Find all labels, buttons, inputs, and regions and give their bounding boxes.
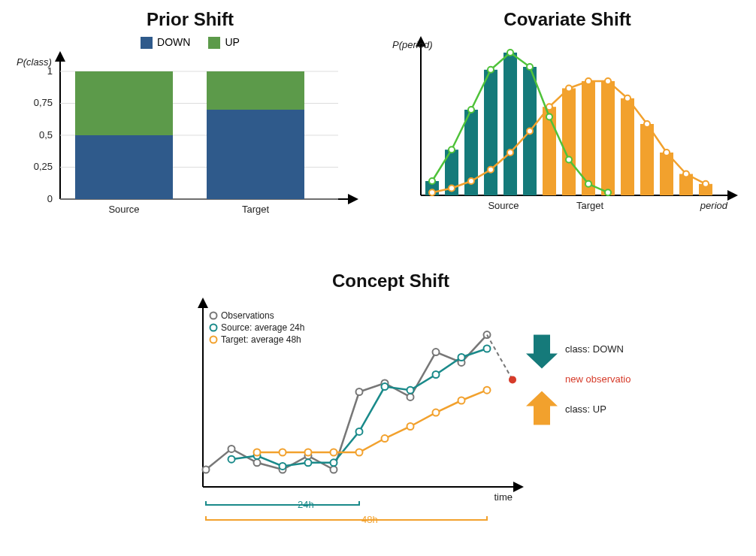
svg-point-51 bbox=[468, 107, 474, 113]
svg-point-83 bbox=[484, 346, 491, 352]
svg-rect-10 bbox=[207, 71, 304, 110]
svg-point-56 bbox=[566, 157, 572, 163]
svg-point-82 bbox=[458, 354, 465, 361]
svg-point-57 bbox=[585, 181, 591, 187]
legend-src: Source: average 24h bbox=[221, 322, 304, 333]
svg-point-43 bbox=[605, 78, 611, 84]
legend-obs: Observations bbox=[221, 310, 274, 321]
svg-rect-24 bbox=[640, 124, 654, 195]
covariate-chart: Source Target period P(period) bbox=[391, 30, 744, 233]
cov-xtick-source: Source bbox=[488, 200, 519, 211]
svg-rect-8 bbox=[75, 71, 173, 135]
concept-title: Concept Shift bbox=[150, 270, 631, 292]
svg-point-87 bbox=[331, 449, 337, 456]
svg-point-77 bbox=[331, 459, 337, 466]
svg-rect-9 bbox=[207, 110, 304, 199]
svg-point-52 bbox=[488, 67, 494, 73]
svg-point-50 bbox=[449, 147, 455, 153]
legend-down: DOWN bbox=[141, 36, 190, 49]
xtick-target: Target bbox=[242, 204, 270, 215]
svg-point-84 bbox=[254, 449, 261, 456]
svg-point-81 bbox=[433, 371, 440, 378]
svg-point-80 bbox=[407, 387, 414, 394]
covariate-title: Covariate Shift bbox=[391, 9, 744, 30]
bracket-24h: 24h bbox=[298, 499, 314, 510]
svg-point-66 bbox=[331, 467, 337, 473]
svg-point-86 bbox=[305, 449, 312, 456]
svg-point-45 bbox=[644, 121, 650, 127]
svg-point-76 bbox=[305, 459, 312, 466]
prior-chart: 0 0,25 0,5 0,75 1 Source Target P(class) bbox=[14, 49, 367, 229]
svg-point-96 bbox=[210, 325, 217, 331]
svg-point-36 bbox=[468, 178, 474, 184]
svg-point-35 bbox=[449, 186, 455, 192]
svg-point-67 bbox=[356, 388, 363, 395]
svg-point-37 bbox=[488, 167, 494, 173]
svg-point-55 bbox=[546, 114, 552, 120]
svg-point-53 bbox=[507, 50, 513, 56]
svg-point-49 bbox=[429, 178, 435, 184]
cov-xlabel: period bbox=[700, 200, 728, 211]
svg-point-70 bbox=[433, 349, 440, 355]
svg-point-34 bbox=[429, 189, 435, 195]
svg-point-94 bbox=[509, 376, 516, 383]
svg-rect-23 bbox=[621, 98, 634, 195]
prior-ylabel: P(class) bbox=[17, 56, 52, 68]
cov-ylabel: P(period) bbox=[392, 39, 432, 50]
svg-point-41 bbox=[566, 86, 572, 92]
svg-point-63 bbox=[254, 459, 261, 466]
ytick-05: 0,5 bbox=[39, 129, 53, 141]
svg-point-48 bbox=[703, 181, 709, 187]
svg-point-97 bbox=[210, 337, 217, 343]
ytick-025: 0,25 bbox=[34, 161, 53, 172]
svg-point-46 bbox=[664, 150, 670, 156]
svg-point-61 bbox=[203, 467, 210, 473]
label-new-obs: new observation bbox=[565, 373, 631, 385]
covariate-shift-panel: Covariate Shift Source Target period P(p… bbox=[391, 9, 744, 233]
svg-rect-20 bbox=[562, 89, 576, 196]
label-class-up: class: UP bbox=[565, 403, 606, 415]
bracket-48h: 48h bbox=[361, 514, 378, 525]
svg-point-79 bbox=[382, 383, 389, 390]
svg-point-73 bbox=[228, 456, 235, 463]
svg-point-78 bbox=[356, 428, 363, 435]
svg-point-91 bbox=[433, 409, 440, 416]
svg-point-62 bbox=[228, 446, 235, 452]
svg-point-38 bbox=[507, 150, 513, 156]
svg-rect-22 bbox=[601, 81, 615, 195]
prior-shift-panel: Prior Shift DOWN UP 0 0,25 0,5 0,75 1 bbox=[14, 9, 367, 229]
svg-point-58 bbox=[605, 189, 611, 195]
label-class-down: class: DOWN bbox=[565, 343, 624, 355]
svg-rect-7 bbox=[75, 135, 173, 199]
svg-point-95 bbox=[210, 313, 217, 319]
svg-point-44 bbox=[624, 95, 631, 101]
prior-legend: DOWN UP bbox=[14, 36, 367, 49]
svg-point-93 bbox=[484, 387, 491, 394]
concept-xlabel: time bbox=[494, 491, 513, 503]
svg-point-54 bbox=[527, 64, 533, 70]
xtick-source: Source bbox=[108, 204, 139, 215]
svg-rect-32 bbox=[503, 53, 517, 195]
svg-point-88 bbox=[356, 449, 363, 456]
ytick-075: 0,75 bbox=[34, 97, 53, 108]
svg-point-42 bbox=[585, 78, 591, 84]
svg-point-47 bbox=[683, 171, 689, 177]
legend-up: UP bbox=[208, 36, 239, 49]
svg-point-89 bbox=[382, 435, 389, 442]
svg-point-85 bbox=[280, 449, 286, 456]
concept-chart: class: DOWNnew observationclass: UP time… bbox=[150, 292, 631, 547]
svg-point-39 bbox=[527, 128, 533, 134]
svg-rect-31 bbox=[484, 70, 497, 195]
prior-title: Prior Shift bbox=[14, 9, 367, 30]
svg-point-69 bbox=[407, 394, 414, 400]
svg-point-75 bbox=[280, 463, 286, 470]
cov-xtick-target: Target bbox=[576, 200, 604, 211]
ytick-0: 0 bbox=[47, 193, 53, 204]
svg-point-92 bbox=[458, 397, 465, 404]
svg-point-90 bbox=[407, 423, 414, 430]
legend-tgt: Target: average 48h bbox=[221, 334, 301, 345]
concept-shift-panel: Concept Shift class: DOWNnew observation… bbox=[150, 270, 631, 547]
